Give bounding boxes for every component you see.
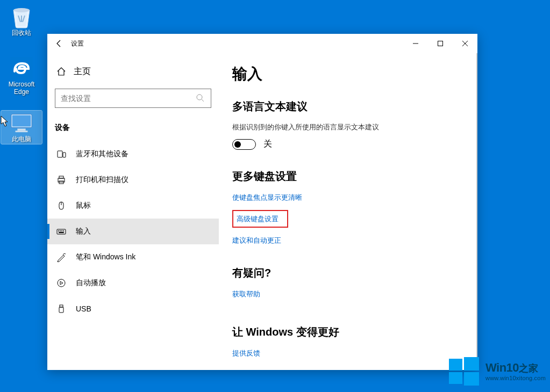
link-advanced-keyboard[interactable]: 高级键盘设置: [237, 214, 278, 224]
svg-rect-25: [59, 307, 63, 313]
sidebar-item-typing[interactable]: 输入: [47, 219, 219, 244]
sidebar-item-mouse[interactable]: 鼠标: [47, 193, 219, 219]
svg-point-0: [13, 8, 30, 12]
mouse-cursor: [1, 115, 10, 127]
section-more-keyboard: 更多键盘设置: [232, 169, 459, 184]
svg-rect-4: [17, 129, 25, 131]
svg-rect-11: [63, 153, 66, 157]
watermark-url: www.win10xitong.com: [485, 375, 546, 381]
window-title: 设置: [71, 39, 403, 48]
link-give-feedback[interactable]: 提供反馈: [232, 349, 260, 358]
home-label: 主页: [74, 66, 91, 77]
svg-rect-13: [59, 176, 63, 178]
sidebar-item-label: 蓝牙和其他设备: [76, 149, 128, 159]
section-feedback: 让 Windows 变得更好: [232, 325, 459, 339]
autoplay-icon: [56, 278, 66, 288]
edge-icon: [10, 57, 33, 79]
svg-rect-29: [464, 372, 479, 386]
printer-icon: [56, 175, 66, 185]
nav-list: 蓝牙和其他设备 打印机和扫描仪 鼠标 输入 笔和 Windows Ink: [47, 141, 219, 322]
bluetooth-icon: [56, 149, 66, 159]
maximize-button[interactable]: [428, 34, 453, 53]
sidebar-item-label: 笔和 Windows Ink: [76, 252, 135, 262]
search-icon: [196, 93, 205, 103]
section-multilingual: 多语言文本建议: [232, 99, 459, 114]
section-label: 设备: [55, 123, 211, 133]
link-get-help[interactable]: 获取帮助: [232, 289, 260, 299]
this-pc-icon: [10, 112, 33, 134]
sidebar-item-label: 打印机和扫描仪: [76, 175, 128, 185]
desktop-icon-edge[interactable]: Microsoft Edge: [1, 57, 42, 96]
home-button[interactable]: 主页: [55, 61, 211, 82]
sidebar-item-label: 鼠标: [76, 201, 91, 210]
svg-rect-5: [16, 130, 28, 132]
svg-rect-27: [464, 357, 479, 371]
settings-window: 设置 主页 设备 蓝牙和其他设备: [47, 34, 477, 370]
search-box[interactable]: [55, 89, 211, 108]
search-input[interactable]: [61, 94, 196, 103]
svg-point-8: [197, 95, 202, 100]
sidebar-item-pen[interactable]: 笔和 Windows Ink: [47, 244, 219, 270]
content-pane: 输入 多语言文本建议 根据识别到的你键入所使用的语言显示文本建议 关 更多键盘设…: [219, 53, 477, 370]
link-keyboard-focus[interactable]: 使键盘焦点显示更清晰: [232, 193, 302, 202]
windows-logo-icon: [447, 354, 480, 388]
sidebar: 主页 设备 蓝牙和其他设备 打印机和扫描仪 鼠标: [47, 53, 219, 370]
mouse-icon: [56, 201, 66, 210]
sidebar-item-usb[interactable]: USB: [47, 296, 219, 322]
toggle-state-label: 关: [263, 139, 272, 150]
watermark-title: Win10之家: [485, 361, 538, 375]
usb-icon: [56, 304, 66, 314]
svg-rect-26: [449, 359, 462, 371]
recycle-bin-icon: [10, 5, 33, 28]
svg-point-23: [58, 279, 65, 287]
sidebar-item-label: 输入: [76, 227, 91, 236]
svg-line-9: [202, 99, 204, 101]
desktop-icon-recycle-bin[interactable]: 回收站: [1, 5, 42, 37]
home-icon: [56, 67, 66, 76]
multilingual-toggle[interactable]: [232, 139, 256, 150]
minimize-button[interactable]: [403, 34, 428, 53]
section-question: 有疑问?: [232, 266, 459, 280]
svg-rect-3: [12, 115, 31, 127]
close-button[interactable]: [453, 34, 477, 53]
section-multilingual-desc: 根据识别到的你键入所使用的语言显示文本建议: [232, 122, 459, 132]
sidebar-item-printers[interactable]: 打印机和扫描仪: [47, 167, 219, 193]
svg-rect-10: [58, 151, 62, 157]
svg-rect-28: [449, 372, 462, 384]
back-button[interactable]: [47, 34, 71, 53]
svg-rect-7: [438, 41, 443, 46]
page-title: 输入: [232, 64, 459, 84]
link-suggestions-autocorrect[interactable]: 建议和自动更正: [232, 236, 281, 245]
keyboard-icon: [56, 227, 66, 236]
sidebar-item-autoplay[interactable]: 自动播放: [47, 270, 219, 296]
pen-icon: [56, 252, 66, 262]
sidebar-item-label: 自动播放: [76, 278, 106, 288]
svg-rect-24: [60, 305, 63, 307]
titlebar: 设置: [47, 34, 477, 53]
svg-rect-17: [57, 229, 66, 234]
sidebar-item-label: USB: [76, 304, 91, 313]
sidebar-item-bluetooth[interactable]: 蓝牙和其他设备: [47, 141, 219, 167]
watermark: Win10之家 www.win10xitong.com: [447, 354, 546, 388]
highlight-box: 高级键盘设置: [232, 210, 288, 228]
